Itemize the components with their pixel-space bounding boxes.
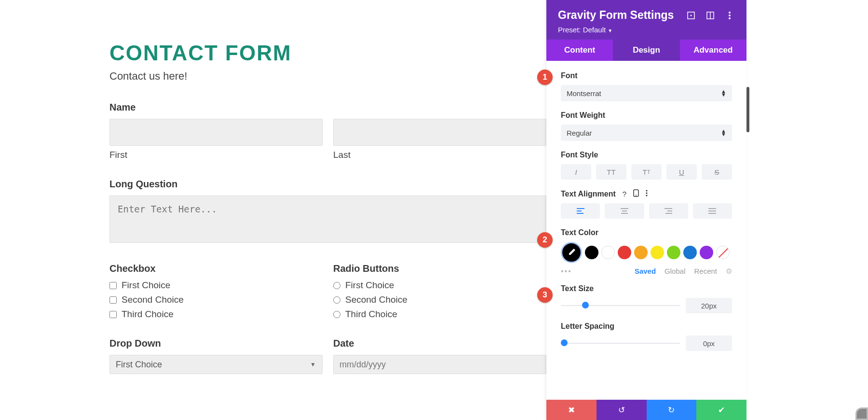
text-align-label: Text Alignment bbox=[561, 190, 616, 198]
eyedropper-button[interactable] bbox=[561, 242, 582, 263]
uppercase-button[interactable]: TT bbox=[596, 164, 626, 180]
letter-spacing-slider[interactable] bbox=[561, 342, 680, 345]
svg-point-5 bbox=[729, 14, 731, 16]
mobile-icon[interactable] bbox=[633, 189, 639, 198]
font-weight-label: Font Weight bbox=[561, 111, 732, 120]
radio-group-label: Radio Buttons bbox=[333, 263, 546, 274]
strikethrough-button[interactable]: S bbox=[702, 164, 732, 180]
checkbox-group-label: Checkbox bbox=[109, 263, 323, 274]
panel-body: Font Montserrat ▲▼ Font Weight Regular ▲… bbox=[546, 61, 746, 400]
svg-point-10 bbox=[646, 192, 648, 194]
callout-badge-2: 2 bbox=[537, 232, 553, 248]
panel-title: Gravity Form Settings bbox=[558, 9, 677, 22]
svg-point-4 bbox=[729, 12, 731, 14]
long-question-textarea[interactable] bbox=[109, 196, 546, 243]
long-question-label: Long Question bbox=[109, 179, 546, 190]
text-color-label: Text Color bbox=[561, 228, 732, 237]
checkbox-choice-1[interactable]: First Choice bbox=[109, 280, 323, 291]
first-name-sublabel: First bbox=[109, 150, 323, 160]
confirm-button[interactable]: ✔ bbox=[696, 400, 746, 420]
tab-advanced[interactable]: Advanced bbox=[680, 40, 746, 61]
align-left-button[interactable] bbox=[561, 203, 600, 219]
date-input[interactable] bbox=[333, 355, 546, 374]
swatch-purple[interactable] bbox=[700, 246, 713, 259]
checkbox-choice-2[interactable]: Second Choice bbox=[109, 294, 323, 305]
last-name-sublabel: Last bbox=[333, 150, 546, 160]
align-justify-button[interactable] bbox=[693, 203, 732, 219]
tab-design[interactable]: Design bbox=[613, 40, 679, 61]
text-size-value[interactable] bbox=[686, 298, 732, 313]
italic-button[interactable]: I bbox=[561, 164, 591, 180]
text-size-slider[interactable] bbox=[561, 304, 680, 307]
letter-spacing-value[interactable] bbox=[686, 336, 732, 351]
svg-point-8 bbox=[636, 195, 637, 196]
columns-icon[interactable] bbox=[705, 10, 716, 21]
dropdown-select[interactable]: First Choice bbox=[109, 355, 323, 374]
dropdown-label: Drop Down bbox=[109, 338, 323, 349]
date-label: Date bbox=[333, 338, 546, 349]
callout-badge-3: 3 bbox=[537, 287, 553, 303]
align-center-button[interactable] bbox=[605, 203, 644, 219]
color-tab-recent[interactable]: Recent bbox=[694, 267, 717, 276]
name-label: Name bbox=[109, 102, 546, 113]
svg-point-6 bbox=[729, 17, 731, 19]
svg-point-11 bbox=[646, 195, 648, 196]
resize-handle-icon[interactable] bbox=[855, 407, 868, 420]
color-tab-saved[interactable]: Saved bbox=[635, 267, 656, 276]
gear-icon[interactable]: ⚙ bbox=[726, 267, 732, 276]
font-weight-select[interactable]: Regular bbox=[561, 125, 732, 141]
form-title: CONTACT FORM bbox=[109, 41, 546, 65]
swatch-green[interactable] bbox=[667, 246, 680, 259]
preset-dropdown[interactable]: Preset: Default▼ bbox=[558, 26, 735, 34]
tab-content[interactable]: Content bbox=[546, 40, 613, 61]
swatch-orange[interactable] bbox=[634, 246, 648, 259]
redo-button[interactable]: ↻ bbox=[647, 400, 697, 420]
swatch-yellow[interactable] bbox=[651, 246, 664, 259]
first-name-input[interactable] bbox=[109, 119, 323, 146]
font-label: Font bbox=[561, 71, 732, 80]
swatch-blue[interactable] bbox=[683, 246, 697, 259]
settings-panel: Gravity Form Settings Preset: Default▼ C… bbox=[546, 0, 746, 420]
more-colors-icon[interactable]: ••• bbox=[561, 267, 572, 276]
radio-choice-2[interactable]: Second Choice bbox=[333, 294, 546, 305]
letter-spacing-label: Letter Spacing bbox=[561, 322, 732, 331]
help-icon[interactable]: ? bbox=[623, 190, 626, 198]
underline-button[interactable]: U bbox=[666, 164, 697, 180]
color-tab-global[interactable]: Global bbox=[665, 267, 685, 276]
last-name-input[interactable] bbox=[333, 119, 546, 146]
text-size-label: Text Size bbox=[561, 284, 732, 293]
callout-badge-1: 1 bbox=[537, 70, 553, 85]
swatch-black[interactable] bbox=[585, 246, 598, 259]
panel-footer: ✖ ↺ ↻ ✔ bbox=[546, 400, 746, 420]
panel-tabs: Content Design Advanced bbox=[546, 40, 746, 61]
swatch-white[interactable] bbox=[601, 246, 615, 259]
align-right-button[interactable] bbox=[649, 203, 688, 219]
checkbox-choice-3[interactable]: Third Choice bbox=[109, 309, 323, 320]
radio-choice-1[interactable]: First Choice bbox=[333, 280, 546, 291]
kebab-icon[interactable] bbox=[646, 190, 648, 198]
font-select[interactable]: Montserrat bbox=[561, 85, 732, 101]
svg-point-1 bbox=[691, 14, 692, 16]
font-style-label: Font Style bbox=[561, 151, 732, 159]
kebab-menu-icon[interactable] bbox=[724, 10, 735, 21]
form-description: Contact us here! bbox=[109, 70, 546, 83]
swatch-red[interactable] bbox=[618, 246, 631, 259]
form-canvas: CONTACT FORM Contact us here! Name First… bbox=[0, 0, 546, 420]
radio-choice-3[interactable]: Third Choice bbox=[333, 309, 546, 320]
cancel-button[interactable]: ✖ bbox=[546, 400, 597, 420]
swatch-none[interactable] bbox=[716, 246, 730, 259]
scrollbar-thumb[interactable] bbox=[746, 87, 749, 132]
svg-point-9 bbox=[646, 190, 648, 191]
panel-header: Gravity Form Settings Preset: Default▼ bbox=[546, 0, 746, 40]
undo-button[interactable]: ↺ bbox=[597, 400, 647, 420]
expand-icon[interactable] bbox=[686, 10, 696, 21]
smallcaps-button[interactable]: TT bbox=[631, 164, 662, 180]
